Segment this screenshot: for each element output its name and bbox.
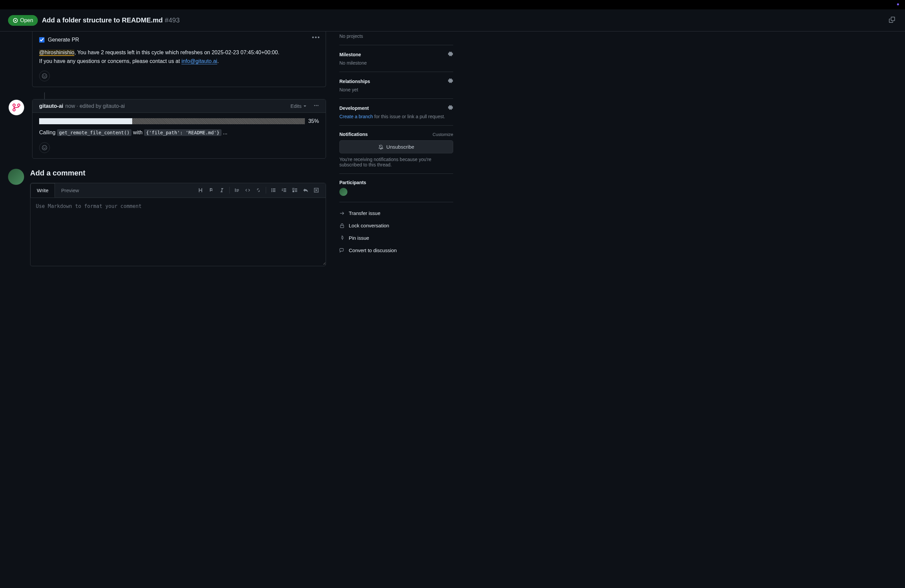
lock-icon [339, 223, 345, 228]
pin-icon [339, 235, 345, 241]
generate-pr-label: Generate PR [48, 37, 79, 43]
notification-reason-text: You're receiving notifications because y… [339, 157, 453, 167]
tab-write[interactable]: Write [30, 183, 55, 197]
svg-point-2 [42, 74, 47, 78]
svg-rect-20 [340, 248, 343, 251]
milestone-settings-button[interactable] [448, 51, 453, 57]
ordered-list-button[interactable] [279, 186, 289, 195]
progress-bar [39, 118, 305, 124]
toolbar-divider [229, 187, 230, 194]
progress-percent: 35% [308, 118, 319, 124]
quote-button[interactable] [232, 186, 242, 195]
generate-pr-checkbox[interactable] [39, 37, 44, 43]
svg-point-8 [314, 105, 315, 106]
progress-row: 35% [39, 118, 319, 124]
bold-button[interactable] [206, 186, 216, 195]
current-user-avatar[interactable] [8, 169, 24, 185]
svg-rect-19 [340, 226, 344, 228]
fullscreen-icon [314, 188, 319, 193]
svg-point-14 [272, 189, 272, 189]
quote-icon [234, 188, 240, 193]
code-icon [245, 188, 250, 193]
convert-discussion-button[interactable]: Convert to discussion [339, 244, 453, 256]
create-branch-link[interactable]: Create a branch [339, 114, 373, 119]
comment-author[interactable]: gitauto-ai [39, 103, 63, 109]
fullscreen-button[interactable] [311, 186, 322, 195]
gear-icon [448, 51, 453, 57]
svg-point-6 [13, 109, 15, 111]
tasklist-button[interactable] [289, 186, 300, 195]
svg-point-9 [316, 105, 317, 106]
svg-point-4 [45, 75, 46, 76]
open-issue-icon [13, 18, 18, 23]
comment-editor: Write Preview [30, 183, 326, 266]
toolbar-divider [266, 187, 266, 194]
window-titlebar [0, 0, 905, 10]
participant-avatar[interactable] [339, 188, 348, 196]
main-content: ••• Generate PR @hiroshinishio, You have… [8, 32, 326, 266]
edits-dropdown[interactable]: Edits [291, 103, 307, 109]
timeline-connector [44, 92, 45, 99]
reply-button[interactable] [300, 186, 311, 195]
heading-button[interactable] [195, 186, 206, 195]
bell-slash-icon [378, 144, 384, 150]
add-comment-section: Add a comment Write Preview [8, 169, 326, 266]
link-button[interactable] [253, 186, 264, 195]
issue-number: #493 [165, 16, 180, 24]
email-link[interactable]: info@gitauto.ai [181, 58, 217, 64]
unsubscribe-button[interactable]: Unsubscribe [339, 140, 453, 153]
bold-icon [208, 188, 214, 193]
development-text: Create a branch for this issue or link a… [339, 114, 453, 119]
add-reaction-button[interactable] [39, 71, 50, 81]
tab-preview[interactable]: Preview [55, 183, 85, 197]
development-settings-button[interactable] [448, 105, 453, 111]
relationships-settings-button[interactable] [448, 78, 453, 84]
comment-text: @hiroshinishio, You have 2 requests left… [39, 48, 319, 65]
svg-point-3 [43, 75, 44, 76]
no-projects-text: No projects [339, 33, 453, 39]
heading-icon [198, 188, 203, 193]
git-branch-icon [12, 103, 21, 112]
smiley-icon [42, 145, 47, 150]
comment-menu-button[interactable] [314, 103, 319, 109]
function-args: {'file_path': 'README.md'} [144, 129, 221, 136]
no-milestone-text: No milestone [339, 60, 453, 66]
comment-card-1: ••• Generate PR @hiroshinishio, You have… [32, 32, 326, 87]
relationships-heading: Relationships [339, 79, 370, 84]
transfer-issue-button[interactable]: Transfer issue [339, 207, 453, 219]
chevron-down-icon [303, 104, 307, 108]
add-reaction-button[interactable] [39, 142, 50, 153]
comment-textarea[interactable] [30, 198, 325, 265]
issue-header: Open Add a folder structure to README.md… [0, 10, 905, 32]
italic-button[interactable] [216, 186, 227, 195]
lock-conversation-button[interactable]: Lock conversation [339, 219, 453, 232]
customize-link[interactable]: Customize [433, 132, 453, 137]
arrow-right-icon [339, 211, 345, 216]
list-ol-icon [281, 188, 287, 193]
bot-avatar[interactable] [8, 99, 24, 116]
milestone-heading: Milestone [339, 52, 361, 57]
gear-icon [448, 105, 453, 110]
svg-point-11 [42, 145, 47, 150]
copy-link-button[interactable] [887, 15, 897, 26]
participants-heading: Participants [339, 180, 453, 185]
progress-status-text: Calling get_remote_file_content() with {… [39, 128, 319, 137]
none-yet-text: None yet [339, 87, 453, 92]
copy-icon [889, 17, 895, 23]
svg-point-5 [13, 104, 15, 106]
user-mention[interactable]: @hiroshinishio [39, 49, 74, 56]
svg-point-13 [45, 147, 46, 147]
link-icon [256, 188, 261, 193]
comment-card-2: gitauto-ai now · edited by gitauto-ai Ed… [32, 99, 326, 159]
code-button[interactable] [242, 186, 253, 195]
pin-issue-button[interactable]: Pin issue [339, 232, 453, 244]
unordered-list-button[interactable] [268, 186, 279, 195]
tasklist-icon [292, 188, 297, 193]
svg-point-15 [272, 190, 272, 191]
sidebar: No projects Milestone No milestone Relat… [326, 32, 453, 266]
sidebar-actions: Transfer issue Lock conversation Pin iss… [339, 202, 453, 256]
svg-point-10 [318, 105, 319, 106]
comment-menu-button[interactable]: ••• [312, 34, 320, 41]
function-name: get_remote_file_content() [57, 129, 132, 136]
discussion-icon [339, 248, 345, 253]
